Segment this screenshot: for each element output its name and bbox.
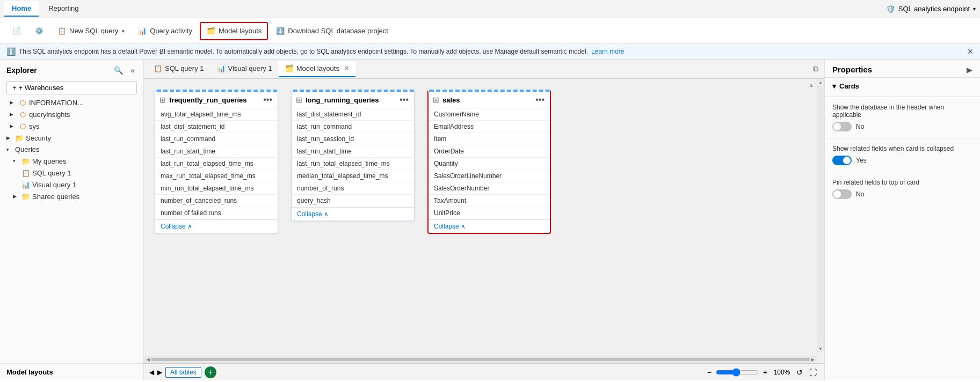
learn-more-link[interactable]: Learn more: [591, 48, 624, 55]
toggle-label-2: Yes: [856, 157, 867, 164]
sidebar-item-security[interactable]: ▶ 📁 Security: [0, 132, 143, 144]
table-icon-1: ⊞: [159, 96, 166, 104]
toggle-label-1: No: [856, 123, 864, 130]
all-tables-tab[interactable]: All tables: [165, 367, 201, 378]
card-collapse-1[interactable]: Collapse ∧: [155, 219, 278, 233]
props-toggle-2: Yes: [832, 156, 972, 165]
field-last-run-start: last_run_start_time: [155, 145, 278, 158]
sidebar-item-my-queries[interactable]: ▾ 📁 My queries: [0, 155, 143, 167]
canvas-wrapper: ▲ ⊞ frequently_run_queries ••• avg_total…: [144, 79, 824, 380]
card-header-long-running-queries: ⊞ long_running_queries •••: [292, 92, 414, 108]
visual-query-1-label: Visual query 1: [32, 181, 139, 189]
horizontal-scrollbar[interactable]: ◀ ▶: [144, 356, 817, 363]
queryinsights-label: queryinsights: [29, 111, 139, 119]
model-layouts-icon: 🗂️: [206, 26, 216, 36]
props-title: Properties: [832, 65, 872, 74]
sidebar: Explorer 🔍 « + + Warehouses ▶ ⬡ INFORMAT…: [0, 60, 144, 380]
card-collapse-3[interactable]: Collapse ∧: [429, 219, 550, 233]
sql-query-1-label: SQL query 1: [32, 169, 139, 177]
lrq-field-5: last_run_total_elapsed_time_ms: [292, 158, 414, 170]
settings-btn[interactable]: ⚙️: [29, 23, 49, 39]
props-cards-section[interactable]: ▾ Cards: [825, 78, 980, 94]
collapse-label-2: Collapse: [297, 210, 322, 218]
lrq-field-1: last_dist_statement_id: [292, 108, 414, 121]
model-tab-close[interactable]: ✕: [344, 65, 349, 72]
tab-reporting[interactable]: Reporting: [41, 1, 86, 17]
inner-tab-visual-query-1[interactable]: 📊 Visual query 1: [210, 61, 279, 77]
tab-home[interactable]: Home: [4, 1, 39, 17]
add-warehouses-label: + Warehouses: [19, 84, 64, 92]
prev-tab-btn[interactable]: ◀: [149, 369, 154, 376]
toggle-track-3[interactable]: [832, 189, 852, 199]
sidebar-item-visual-query-1[interactable]: 📊 Visual query 1: [0, 179, 143, 190]
zoom-in-btn[interactable]: +: [761, 367, 770, 378]
toggle-track-1[interactable]: [832, 122, 852, 131]
fit-btn[interactable]: ⛶: [807, 367, 819, 378]
new-sql-query-btn[interactable]: 📋 New SQL query ▾: [52, 23, 130, 39]
endpoint-label: SQL analytics endpoint: [898, 5, 970, 13]
zoom-slider[interactable]: [716, 368, 759, 377]
zoom-out-btn[interactable]: −: [705, 367, 714, 378]
sidebar-collapse-btn[interactable]: «: [128, 65, 137, 76]
vertical-scrollbar[interactable]: ▲ ▼: [817, 79, 824, 352]
sidebar-item-queries[interactable]: ▾ Queries: [0, 144, 143, 155]
sql-tab-icon: 📋: [154, 64, 162, 73]
model-layouts-btn[interactable]: 🗂️ Model layouts: [200, 22, 268, 40]
model-tab-label: Model layouts: [296, 64, 339, 72]
inner-tab-model-layouts[interactable]: 🗂️ Model layouts ✕: [279, 61, 355, 77]
canvas-content: ⊞ frequently_run_queries ••• avg_total_e…: [144, 79, 824, 363]
refresh-btn[interactable]: ↺: [794, 367, 805, 378]
sidebar-item-information[interactable]: ▶ ⬡ INFORMATION...: [0, 97, 143, 108]
sidebar-item-queryinsights[interactable]: ▶ ⬡ queryinsights: [0, 108, 143, 120]
information-label: INFORMATION...: [29, 99, 139, 107]
sidebar-search-btn[interactable]: 🔍: [112, 65, 125, 76]
next-tab-btn[interactable]: ▶: [157, 369, 162, 376]
card-menu-btn-3[interactable]: •••: [534, 95, 546, 105]
lrq-field-8: query_hash: [292, 195, 414, 207]
card-menu-btn-2[interactable]: •••: [398, 95, 410, 105]
card-title-sales: sales: [442, 96, 531, 104]
visual-tab-label: Visual query 1: [228, 64, 272, 72]
card-title-frequently-run-queries: frequently_run_queries: [169, 96, 259, 104]
sidebar-item-sql-query-1[interactable]: 📋 SQL query 1: [0, 167, 143, 179]
sales-field-1: CustomerName: [429, 108, 550, 121]
visual-tab-icon: 📊: [217, 64, 226, 73]
shared-queries-caret: ▶: [13, 194, 18, 199]
query-activity-label: Query activity: [150, 27, 192, 35]
card-collapse-2[interactable]: Collapse ∧: [292, 207, 414, 221]
sidebar-header-right: 🔍 «: [112, 65, 137, 76]
inner-tab-sql-query-1[interactable]: 📋 SQL query 1: [147, 61, 210, 77]
zoom-percent: 100%: [772, 369, 792, 376]
properties-panel: Properties ▶ ▾ Cards Show the database i…: [824, 60, 980, 380]
queryinsights-caret: ▶: [10, 112, 15, 117]
collapse-icon-2: ∧: [324, 210, 329, 218]
toggle-thumb-3: [833, 190, 841, 198]
schema-icon-3: ⬡: [18, 122, 27, 130]
query-activity-btn[interactable]: 📊 Query activity: [132, 23, 198, 39]
toggle-label-3: No: [856, 190, 864, 198]
add-tab-btn[interactable]: +: [205, 366, 216, 378]
new-file-btn[interactable]: 📄: [6, 23, 27, 39]
canvas-area: ▲ ⊞ frequently_run_queries ••• avg_total…: [144, 79, 824, 363]
sidebar-tree: ▶ ⬡ INFORMATION... ▶ ⬡ queryinsights ▶ ⬡…: [0, 97, 143, 363]
props-toggle-1: No: [832, 122, 972, 131]
props-section-caret: ▾: [832, 82, 836, 90]
props-field-3: Pin related fields to top of card No: [825, 174, 980, 203]
card-menu-btn-1[interactable]: •••: [262, 95, 273, 105]
new-sql-query-label: New SQL query: [69, 27, 118, 35]
add-warehouses-btn[interactable]: + + Warehouses: [6, 81, 137, 94]
sidebar-item-shared-queries[interactable]: ▶ 📁 Shared queries: [0, 190, 143, 202]
explorer-title: Explorer: [6, 66, 37, 75]
sales-field-7: SalesOrderNumber: [429, 182, 550, 195]
info-bar: ℹ️ This SQL analytics endpoint has a def…: [0, 44, 980, 60]
info-bar-close[interactable]: ✕: [967, 47, 974, 56]
download-btn[interactable]: ⬇️ Download SQL database project: [270, 23, 394, 39]
field-number-failed: number of failed runs: [155, 207, 278, 219]
tabs-more-btn[interactable]: ⧉: [810, 63, 821, 75]
main-layout: Explorer 🔍 « + + Warehouses ▶ ⬡ INFORMAT…: [0, 60, 980, 380]
sales-field-8: TaxAmount: [429, 195, 550, 207]
props-divider-2: [825, 138, 980, 138]
toggle-track-2[interactable]: [832, 156, 852, 165]
props-expand-btn[interactable]: ▶: [967, 65, 972, 74]
sidebar-item-sys[interactable]: ▶ ⬡ sys: [0, 120, 143, 132]
